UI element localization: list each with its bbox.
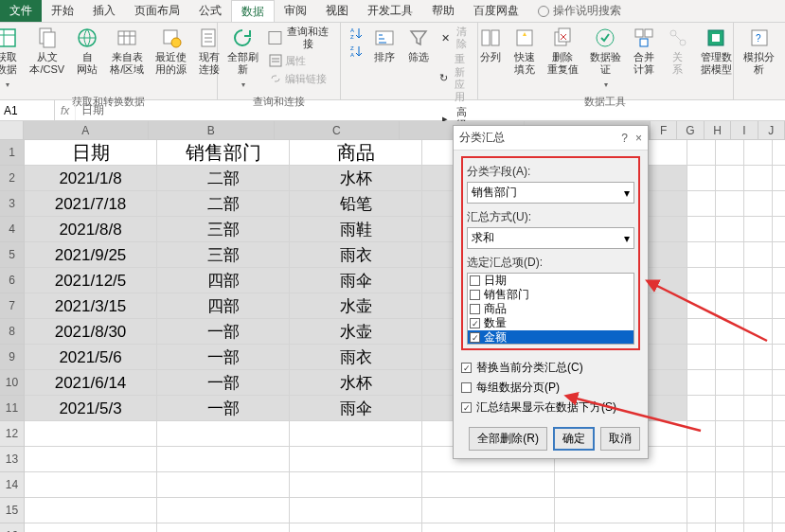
- cell[interactable]: [773, 140, 785, 166]
- cell[interactable]: [422, 523, 555, 532]
- cell[interactable]: [716, 523, 744, 532]
- list-item[interactable]: 金额: [468, 330, 633, 345]
- flash-fill-button[interactable]: 快速填充: [509, 25, 540, 78]
- cell[interactable]: 2021/8/30: [25, 319, 157, 345]
- tab-review[interactable]: 审阅: [275, 0, 316, 22]
- cell[interactable]: [773, 268, 785, 293]
- cell[interactable]: [687, 319, 716, 345]
- row-header[interactable]: 13: [0, 447, 25, 472]
- cell[interactable]: [744, 370, 773, 396]
- remove-all-button[interactable]: 全部删除(R): [469, 427, 547, 451]
- cell[interactable]: 日期: [25, 140, 157, 166]
- below-option[interactable]: 汇总结果显示在数据下方(S): [461, 398, 640, 417]
- cell[interactable]: 四部: [157, 268, 290, 293]
- cell[interactable]: [687, 268, 716, 293]
- cell[interactable]: [744, 447, 773, 472]
- cell[interactable]: [773, 293, 785, 319]
- cell[interactable]: [422, 498, 555, 523]
- cell[interactable]: [687, 421, 716, 447]
- cell[interactable]: [716, 319, 744, 345]
- cell[interactable]: [773, 191, 785, 217]
- cell[interactable]: 2021/5/3: [25, 396, 157, 421]
- queries-conn-button[interactable]: 查询和连接: [266, 25, 334, 51]
- cell[interactable]: [773, 472, 785, 498]
- cell[interactable]: 2021/8/8: [25, 217, 157, 242]
- sort-az-button[interactable]: AZ: [347, 25, 366, 42]
- cell[interactable]: [773, 242, 785, 268]
- column-header[interactable]: J: [758, 121, 785, 140]
- tab-insert[interactable]: 插入: [83, 0, 125, 22]
- cell[interactable]: [744, 523, 773, 532]
- cell[interactable]: [744, 268, 773, 293]
- cell[interactable]: [716, 268, 744, 293]
- cell[interactable]: [687, 498, 716, 523]
- row-header[interactable]: 8: [0, 319, 25, 345]
- cell[interactable]: [25, 421, 157, 447]
- cell[interactable]: 四部: [157, 293, 290, 319]
- cell[interactable]: [744, 242, 773, 268]
- cell[interactable]: [744, 345, 773, 370]
- cell[interactable]: [687, 293, 716, 319]
- cell[interactable]: [25, 523, 157, 532]
- edit-links-button[interactable]: 编辑链接: [266, 70, 334, 87]
- row-header[interactable]: 6: [0, 268, 25, 293]
- row-header[interactable]: 9: [0, 345, 25, 370]
- cell[interactable]: [687, 166, 716, 191]
- cell[interactable]: 一部: [157, 319, 290, 345]
- row-header[interactable]: 14: [0, 472, 25, 498]
- cell[interactable]: [773, 421, 785, 447]
- whatif-button[interactable]: ?模拟分析: [740, 25, 779, 78]
- list-item[interactable]: 数量: [468, 316, 633, 330]
- cell[interactable]: 水壶: [290, 293, 422, 319]
- cell[interactable]: [744, 319, 773, 345]
- cell[interactable]: [687, 140, 716, 166]
- cell[interactable]: [157, 447, 290, 472]
- cell[interactable]: [25, 447, 157, 472]
- get-data-button[interactable]: 获取数据: [0, 25, 22, 93]
- from-web-button[interactable]: 自 网站: [72, 25, 102, 78]
- cell[interactable]: [716, 396, 744, 421]
- tab-layout[interactable]: 页面布局: [125, 0, 189, 22]
- cell[interactable]: 2021/1/8: [25, 166, 157, 191]
- cell[interactable]: [555, 472, 687, 498]
- row-header[interactable]: 2: [0, 166, 25, 191]
- cell[interactable]: [687, 396, 716, 421]
- column-header[interactable]: F: [651, 121, 677, 140]
- clear-filter-button[interactable]: ✕清除: [437, 25, 472, 51]
- cell[interactable]: [25, 472, 157, 498]
- cell[interactable]: [773, 447, 785, 472]
- dialog-titlebar[interactable]: 分类汇总 ? ×: [454, 126, 648, 151]
- cell[interactable]: 雨衣: [290, 345, 422, 370]
- cell[interactable]: 水杯: [290, 166, 422, 191]
- from-table-button[interactable]: 来自表 格/区域: [106, 25, 148, 78]
- row-header[interactable]: 3: [0, 191, 25, 217]
- column-header[interactable]: A: [24, 121, 149, 140]
- refresh-all-button[interactable]: 全部刷 新: [223, 25, 262, 93]
- cell[interactable]: [773, 166, 785, 191]
- replace-option[interactable]: 替换当前分类汇总(C): [461, 358, 640, 378]
- recent-sources-button[interactable]: 最近使 用的源: [152, 25, 190, 78]
- cell[interactable]: 2021/3/15: [25, 293, 157, 319]
- list-item[interactable]: 销售部门: [468, 288, 633, 302]
- cell[interactable]: [687, 217, 716, 242]
- cell[interactable]: [716, 242, 744, 268]
- cell[interactable]: 一部: [157, 396, 290, 421]
- cell[interactable]: [716, 498, 744, 523]
- cancel-button[interactable]: 取消: [600, 427, 640, 451]
- tab-baidu[interactable]: 百度网盘: [464, 0, 528, 22]
- formula-input[interactable]: 日期: [76, 102, 785, 118]
- cell[interactable]: [773, 217, 785, 242]
- cell[interactable]: [290, 472, 422, 498]
- cell[interactable]: [773, 523, 785, 532]
- cell[interactable]: 2021/6/14: [25, 370, 157, 396]
- subtotal-listbox[interactable]: 日期销售部门商品数量金额: [467, 273, 634, 345]
- cell[interactable]: 二部: [157, 191, 290, 217]
- cell[interactable]: [157, 498, 290, 523]
- help-icon[interactable]: ?: [621, 132, 628, 145]
- row-header[interactable]: 15: [0, 498, 25, 523]
- tab-help[interactable]: 帮助: [422, 0, 464, 22]
- cell[interactable]: [290, 523, 422, 532]
- cell[interactable]: [744, 472, 773, 498]
- cell[interactable]: 水杯: [290, 370, 422, 396]
- column-header[interactable]: G: [677, 121, 704, 140]
